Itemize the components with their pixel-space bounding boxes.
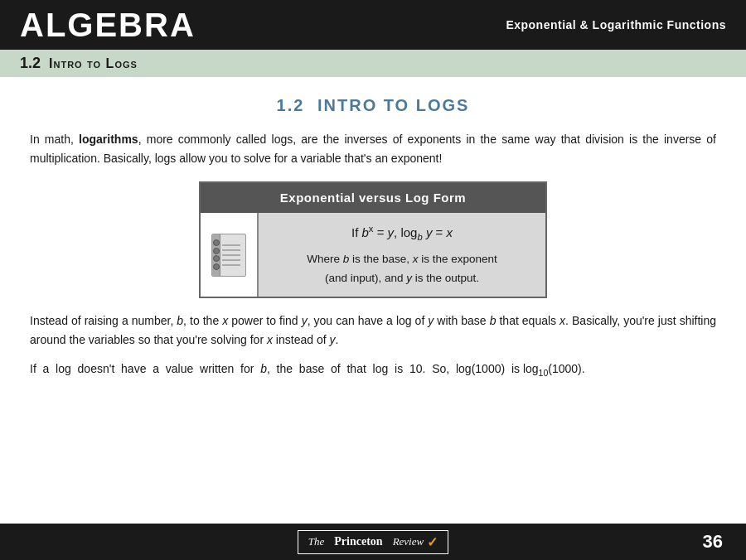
exp-log-table: Exponential versus Log Form: [199, 181, 547, 298]
brand-checkmark-icon: ✓: [427, 534, 438, 550]
spine-ring-4: [213, 263, 220, 270]
notebook-line: [222, 244, 240, 246]
notebook-line: [222, 264, 240, 266]
content-heading-number: 1.2: [277, 96, 305, 114]
notebook-spine: [212, 234, 220, 276]
table-icon-column: [201, 213, 259, 297]
section-title: Intro to Logs: [49, 56, 138, 71]
main-content: 1.2 INTRO TO LOGS In math, logarithms, m…: [0, 77, 746, 398]
notebook-lines: [222, 244, 240, 266]
table-body: If bx = y, logb y = x Where b is the bas…: [201, 213, 545, 297]
bold-logarithms: logarithms: [79, 133, 138, 146]
notebook-line: [222, 249, 240, 251]
page-footer: The Princeton Review ✓ 36: [0, 524, 746, 560]
chapter-subtitle: Exponential & Logarithmic Functions: [506, 18, 726, 31]
notebook-icon: [211, 234, 246, 277]
table-header: Exponential versus Log Form: [201, 183, 545, 213]
spine-ring-2: [213, 248, 220, 254]
notebook-line: [222, 259, 240, 261]
table-description: Where b is the base, x is the exponent(a…: [270, 250, 534, 288]
body-paragraph-1: Instead of raising a number, b, to the x…: [30, 311, 716, 350]
brand-box: The Princeton Review ✓: [298, 530, 448, 554]
book-title: ALGEBRA: [20, 7, 196, 44]
page-number: 36: [690, 531, 723, 553]
intro-paragraph: In math, logarithms, more commonly calle…: [30, 130, 716, 168]
table-formula: If bx = y, logb y = x: [270, 221, 534, 245]
section-bar: 1.2 Intro to Logs: [0, 50, 746, 77]
brand-text-the: The: [308, 535, 325, 548]
section-number: 1.2: [20, 55, 41, 72]
exp-log-table-container: Exponential versus Log Form: [30, 181, 716, 298]
spine-ring-3: [213, 255, 220, 262]
content-heading: 1.2 INTRO TO LOGS: [30, 92, 716, 118]
brand-text-review: Review: [393, 535, 424, 548]
footer-brand: The Princeton Review ✓: [56, 530, 690, 554]
body-paragraph-2: If a log doesn't have a value written fo…: [30, 360, 716, 380]
page-header: ALGEBRA Exponential & Logarithmic Functi…: [0, 0, 746, 50]
content-heading-title: INTRO TO LOGS: [317, 96, 469, 114]
spine-ring-1: [213, 239, 220, 246]
notebook-line: [222, 254, 240, 256]
brand-text-princeton: Princeton: [334, 535, 382, 548]
table-text-column: If bx = y, logb y = x Where b is the bas…: [259, 213, 545, 297]
